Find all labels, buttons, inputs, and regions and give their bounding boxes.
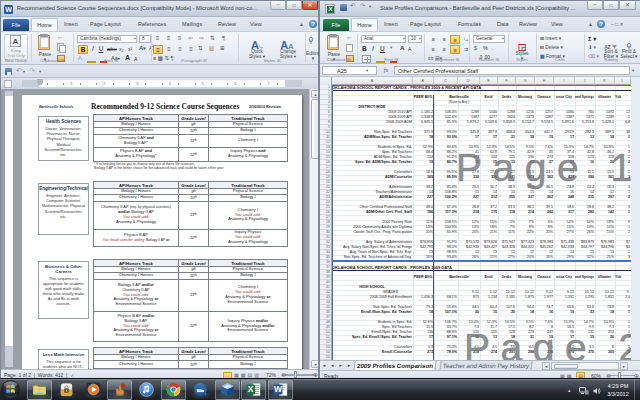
svg-text:W: W	[274, 384, 283, 394]
svg-text:X: X	[248, 384, 254, 394]
